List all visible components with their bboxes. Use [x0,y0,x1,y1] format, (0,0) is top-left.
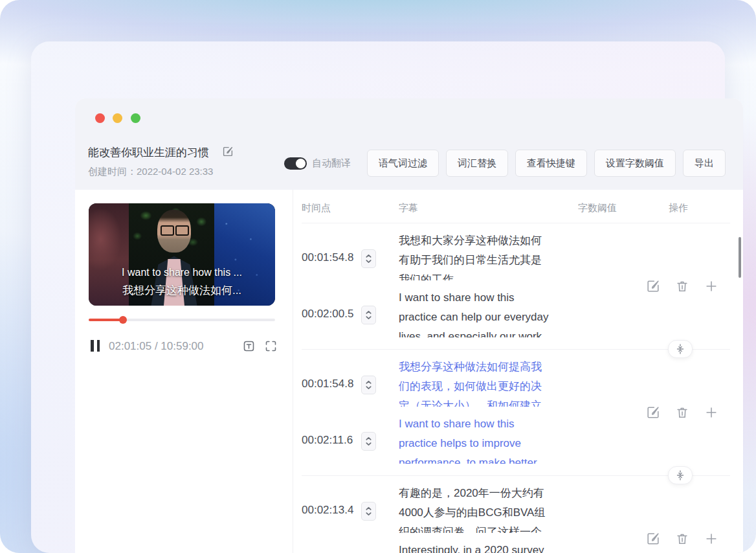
timestamp-value[interactable]: 00:01:54.8 [302,251,353,264]
col-header-time: 时间点 [302,202,331,214]
auto-translate-label: 自动翻译 [312,157,351,170]
add-subtitle-icon[interactable] [704,405,718,420]
timestamp-stepper[interactable] [361,502,376,521]
table-scrollbar[interactable] [739,237,741,278]
subtitle-group: 00:01:54.8 我想和大家分享这种做法如何 有助于我们的日常生活尤其是 我… [75,223,743,350]
col-header-actions: 操作 [669,202,688,214]
subtitle-text-translation[interactable]: I want to share how this practice helps … [399,414,575,464]
delete-subtitle-icon[interactable] [675,279,689,293]
subtitle-text-translation[interactable]: I want to share how this practice can he… [399,288,575,337]
close-window-button[interactable] [95,113,105,123]
created-time: 创建时间：2022-04-02 23:33 [88,166,213,178]
add-subtitle-icon[interactable] [704,279,718,293]
view-shortcuts-button[interactable]: 查看快捷键 [515,150,587,177]
timestamp-value[interactable]: 00:02:11.6 [302,434,353,447]
subtitle-text-original[interactable]: 有趣的是，2020年一份大约有 4000人参与的由BCG和BVA组 织的调查问卷… [399,484,575,533]
delete-subtitle-icon[interactable] [675,532,689,546]
col-header-char-limit: 字数阈值 [578,202,617,214]
timestamp-stepper[interactable] [361,376,376,394]
edit-subtitle-icon[interactable] [646,279,660,293]
subtitle-text-original[interactable]: 我想分享这种做法如何提高我 们的表现，如何做出更好的决 定（无论大小），和如何建… [399,357,575,407]
zoom-window-button[interactable] [131,113,140,123]
merge-subtitles-button[interactable] [668,466,693,484]
timestamp-value[interactable]: 00:02:00.5 [302,308,353,321]
app-card: 能改善你职业生涯的习惯 创建时间：2022-04-02 23:33 自动翻译 语… [75,98,743,553]
edit-title-icon[interactable] [222,146,234,157]
timestamp-stepper[interactable] [361,432,376,451]
toggle-knob [296,159,306,168]
minimize-window-button[interactable] [113,113,122,123]
filler-words-filter-button[interactable]: 语气词过滤 [367,150,439,177]
window-frame: 能改善你职业生涯的习惯 创建时间：2022-04-02 23:33 自动翻译 语… [31,41,725,553]
export-button[interactable]: 导出 [683,150,726,177]
timestamp-value[interactable]: 00:01:54.8 [302,378,353,390]
subtitle-text-original[interactable]: 我想和大家分享这种做法如何 有助于我们的日常生活尤其是 我们的工作 [399,231,575,280]
set-char-limit-button[interactable]: 设置字数阈值 [594,150,676,177]
edit-subtitle-icon[interactable] [646,532,660,546]
toolbar: 自动翻译 语气词过滤 词汇替换 查看快捷键 设置字数阈值 导出 [284,150,726,176]
delete-subtitle-icon[interactable] [675,405,689,420]
subtitle-group-active: 00:01:54.8 我想分享这种做法如何提高我 们的表现，如何做出更好的决 定… [75,350,743,476]
timestamp-stepper[interactable] [361,306,376,324]
col-header-subtitle: 字幕 [399,202,418,214]
word-replace-button[interactable]: 词汇替换 [446,150,508,177]
subtitle-text-translation[interactable]: Interestingly, in a 2020 survey of some … [399,541,575,553]
merge-subtitles-button[interactable] [668,340,693,358]
project-title: 能改善你职业生涯的习惯 [88,145,209,160]
auto-translate-toggle-wrap: 自动翻译 [284,157,351,170]
timestamp-stepper[interactable] [361,249,376,268]
edit-subtitle-icon[interactable] [646,405,660,420]
app-window: 能改善你职业生涯的习惯 创建时间：2022-04-02 23:33 自动翻译 语… [0,0,756,553]
add-subtitle-icon[interactable] [704,532,718,546]
auto-translate-toggle[interactable] [284,157,307,170]
timestamp-value[interactable]: 00:02:13.4 [302,504,353,517]
subtitle-group: 00:02:13.4 有趣的是，2020年一份大约有 4000人参与的由BCG和… [75,476,743,553]
